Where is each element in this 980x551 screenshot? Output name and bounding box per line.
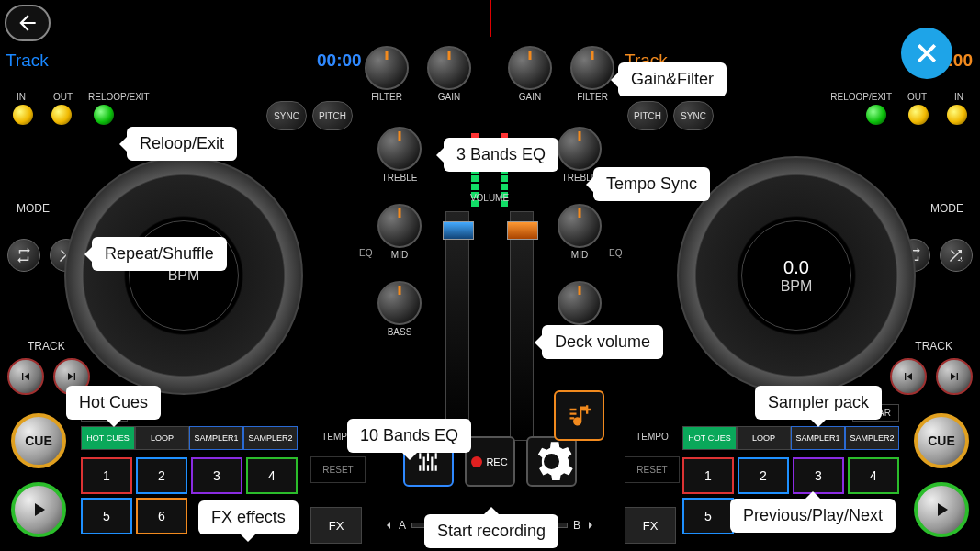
shuffle-button[interactable]	[940, 239, 973, 272]
pad-1[interactable]: 1	[81, 457, 132, 494]
loop-in-label: IN	[17, 92, 26, 102]
play-button[interactable]	[914, 482, 969, 537]
treble-knob-b[interactable]	[558, 127, 602, 171]
mode-label: MODE	[17, 202, 50, 215]
pad-6[interactable]: 6	[136, 498, 187, 534]
loop-out-button[interactable]	[908, 105, 929, 125]
tip-eq3: 3 Bands EQ	[444, 138, 558, 172]
tab-sampler2[interactable]: SAMPLER2	[243, 426, 298, 450]
tempo-reset-button[interactable]: RESET	[310, 456, 366, 483]
play-button[interactable]	[11, 482, 66, 537]
tempo-label: TEMPO	[625, 432, 680, 442]
fx-button-b[interactable]: FX	[625, 507, 676, 544]
treble-knob-a[interactable]	[377, 127, 422, 171]
reloop-exit-button[interactable]	[94, 105, 114, 125]
pad-5[interactable]: 5	[682, 498, 734, 534]
jog-wheel-a[interactable]: BPM	[64, 156, 303, 395]
cue-button[interactable]: CUE	[914, 413, 969, 468]
bass-knob-a[interactable]	[377, 281, 422, 325]
prev-track-button[interactable]	[890, 358, 927, 395]
tip-pnp: Previous/Play/Next	[730, 499, 896, 533]
tab-hot-cues[interactable]: HOT CUES	[682, 426, 737, 450]
mid-knob-b[interactable]	[558, 204, 602, 248]
gain-knob-b[interactable]	[508, 46, 552, 90]
loop-in-button[interactable]	[13, 105, 33, 125]
tempo-reset-button[interactable]: RESET	[625, 456, 680, 483]
bpm-label: BPM	[781, 278, 813, 295]
tip-fx: FX effects	[198, 500, 299, 534]
record-button[interactable]: REC	[465, 436, 515, 487]
tip-hotcues: Hot Cues	[66, 386, 161, 420]
reloop-label: RELOOP/EXIT	[830, 92, 892, 102]
pad-4[interactable]: 4	[246, 457, 298, 494]
filter-knob-a[interactable]	[365, 46, 409, 90]
loop-out-button[interactable]	[51, 105, 72, 125]
fx-button-a[interactable]: FX	[310, 507, 362, 544]
pad-4[interactable]: 4	[848, 457, 899, 494]
bpm-value: 0.0	[783, 257, 809, 278]
tip-sampler: Sampler pack	[755, 386, 882, 420]
mode-label: MODE	[930, 202, 963, 215]
track-nav-label: TRACK	[28, 340, 65, 353]
tip-reloop: Reloop/Exit	[127, 127, 237, 161]
tip-repeat: Repeat/Shuffle	[92, 237, 227, 271]
jog-wheel-b[interactable]: 0.0 BPM	[677, 156, 916, 395]
mid-knob-a[interactable]	[377, 204, 422, 248]
loop-out-label: OUT	[907, 92, 927, 102]
volume-fader-b[interactable]	[510, 211, 534, 441]
add-track-button[interactable]	[554, 390, 604, 441]
record-icon	[471, 456, 482, 467]
tip-temposync: Tempo Sync	[593, 167, 710, 201]
tip-eq10: 10 Bands EQ	[347, 419, 471, 453]
back-button[interactable]	[5, 5, 51, 41]
pad-1[interactable]: 1	[682, 457, 734, 494]
tab-sampler2[interactable]: SAMPLER2	[845, 426, 899, 450]
repeat-button[interactable]	[7, 239, 40, 272]
tip-rec: Start recording	[424, 514, 558, 548]
reloop-exit-button[interactable]	[866, 105, 886, 125]
mixer-section: FILTER GAIN GAIN FILTER TREBLE MID BASS …	[354, 46, 625, 542]
bass-knob-b[interactable]	[558, 281, 602, 325]
sync-button[interactable]: SYNC	[673, 101, 714, 130]
eq-label-b: EQ	[609, 248, 622, 258]
playhead-marker	[490, 0, 491, 37]
track-nav-label: TRACK	[915, 340, 952, 353]
loop-in-label: IN	[954, 92, 963, 102]
cue-button[interactable]: CUE	[11, 413, 66, 468]
tab-sampler1[interactable]: SAMPLER1	[189, 426, 243, 450]
deck-a: IN OUT RELOOP/EXIT SYNC PITCH MODE BPM T…	[0, 83, 303, 127]
chevron-right-icon	[586, 521, 595, 530]
pad-3[interactable]: 3	[191, 457, 242, 494]
gain-knob-a[interactable]	[427, 46, 471, 90]
pad-2[interactable]: 2	[738, 457, 789, 494]
prev-track-button[interactable]	[7, 358, 44, 395]
tip-gainfilter: Gain&Filter	[618, 62, 727, 96]
deck-a-track-title[interactable]: Track	[6, 51, 49, 71]
volume-fader-a[interactable]	[445, 211, 469, 441]
volume-label: VOLUME	[470, 193, 509, 203]
loop-in-button[interactable]	[947, 105, 967, 125]
settings-fx-button[interactable]	[526, 436, 577, 487]
close-tutorial-button[interactable]	[901, 28, 952, 79]
chevron-left-icon	[384, 521, 393, 530]
pad-2[interactable]: 2	[136, 457, 187, 494]
tab-loop[interactable]: LOOP	[135, 426, 189, 450]
pitch-button[interactable]: PITCH	[312, 101, 353, 130]
pad-5[interactable]: 5	[81, 498, 132, 534]
pitch-button[interactable]: PITCH	[627, 101, 668, 130]
tip-deckvol: Deck volume	[542, 325, 663, 359]
eq-label-a: EQ	[359, 248, 372, 258]
next-track-button[interactable]	[936, 358, 973, 395]
tab-loop[interactable]: LOOP	[737, 426, 791, 450]
loop-out-label: OUT	[53, 92, 73, 102]
reloop-label: RELOOP/EXIT	[88, 92, 150, 102]
sync-button[interactable]: SYNC	[266, 101, 307, 130]
